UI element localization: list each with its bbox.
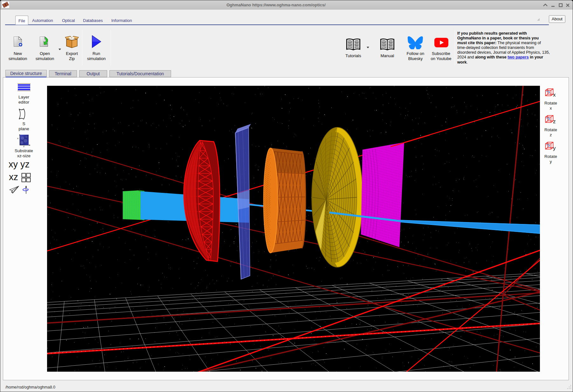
- svg-text:x: x: [17, 137, 18, 140]
- svg-text:z: z: [23, 145, 24, 147]
